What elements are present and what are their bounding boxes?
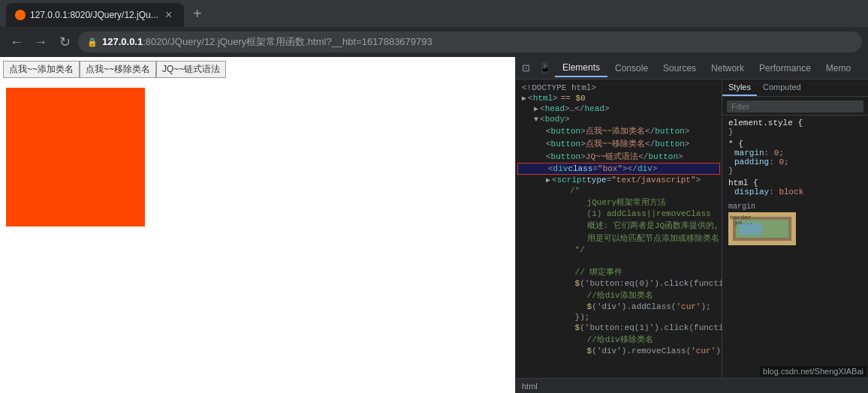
html-line-comment6: */	[516, 244, 722, 255]
tab-favicon	[15, 10, 26, 20]
html-line-code-comment1: //给div添加类名	[516, 289, 722, 302]
tab-performance[interactable]: Performance	[752, 60, 818, 76]
webpage-content	[0, 82, 515, 393]
prop-val-margin: 0;	[774, 148, 784, 158]
html-line-btn2[interactable]: <button>点我~~移除类名</button>	[516, 137, 722, 150]
devtools-panel: ⊡ 📱 Elements Console Sources Network Per…	[515, 57, 868, 393]
styles-panel: Styles Computed element.style { }	[722, 80, 868, 378]
html-line-bind-comment: // 绑定事件	[516, 266, 722, 278]
prop-name-display: display	[734, 188, 769, 196]
html-line-comment3: (1) addClass||removeClass	[516, 208, 722, 219]
html-line-comment1: /*	[516, 185, 722, 196]
eq-sign: == $0	[561, 94, 586, 103]
styles-content: element.style { } * { margin: 0; padding…	[722, 116, 868, 378]
tab-styles[interactable]: Styles	[722, 80, 757, 96]
style-prop-margin: margin: 0;	[728, 148, 862, 158]
style-close-brace: }	[728, 128, 862, 136]
tab-console[interactable]: Console	[607, 60, 656, 76]
html-line-code-comment2: //给div移除类名	[516, 333, 722, 346]
tab-sources[interactable]: Sources	[656, 60, 704, 76]
add-class-button[interactable]: 点我~~添加类名	[3, 61, 80, 78]
reload-button[interactable]: ↻	[54, 32, 75, 52]
tab-network[interactable]: Network	[704, 60, 752, 76]
margin-label: margin	[728, 202, 862, 211]
style-prop-padding: padding: 0;	[728, 158, 862, 166]
devtools-icon-inspect[interactable]: ⊡	[516, 58, 535, 78]
html-line-doctype[interactable]: <!DOCTYPE html>	[516, 82, 722, 93]
html-line-comment2: jQuery框架常用方法	[516, 196, 722, 208]
tag-html-name: html	[533, 94, 553, 103]
style-selector-element: element.style {	[728, 118, 862, 128]
devtools-icon-device[interactable]: 📱	[535, 58, 555, 78]
style-prop-display: display: block	[728, 188, 862, 196]
prop-val-padding: 0;	[779, 158, 788, 166]
chain-syntax-button[interactable]: JQ~~链式语法	[156, 61, 226, 78]
style-rule-element: element.style { }	[728, 118, 862, 136]
address-bar[interactable]: 🔒 127.0.0.1:8020/JQuery/12.jQuery框架常用函数.…	[78, 32, 862, 52]
nav-bar: ← → ↻ 🔒 127.0.0.1:8020/JQuery/12.jQuery框…	[0, 27, 868, 57]
blog-link: blog.csdn.net/ShengXIABai	[760, 366, 866, 376]
forward-button[interactable]: →	[30, 32, 51, 52]
html-line-code4: $('button:eq(1)').click(function(){	[516, 322, 722, 333]
lock-icon: 🔒	[87, 38, 98, 47]
box-model-outer: border pa...	[728, 212, 796, 245]
html-line-body[interactable]: ▼ <body>	[516, 114, 722, 124]
tab-elements[interactable]: Elements	[555, 59, 607, 77]
orange-box	[6, 88, 145, 226]
status-text: html	[522, 382, 538, 391]
remove-class-button[interactable]: 点我~~移除类名	[80, 61, 156, 78]
tab-memo[interactable]: Memo	[818, 60, 858, 76]
html-line-comment5: 用是可以给匹配节点添加或移除类名	[516, 232, 722, 244]
styles-filter-input[interactable]	[727, 100, 863, 112]
devtools-status-bar: html	[516, 378, 868, 393]
style-close-brace2: }	[728, 166, 862, 176]
tab-title: 127.0.0.1:8020/JQuery/12.jQu...	[30, 10, 158, 20]
html-line-empty	[516, 255, 722, 266]
padding-label: pa...	[735, 219, 753, 226]
html-line-code3: });	[516, 312, 722, 322]
devtools-body: <!DOCTYPE html> ▶ <html> == $0 ▶ <head>……	[516, 80, 868, 378]
blog-link-text: blog.csdn.net/ShengXIABai	[763, 367, 863, 376]
html-line-head[interactable]: ▶ <head>…</head>	[516, 104, 722, 114]
html-line-btn3[interactable]: <button>JQ~~链式语法</button>	[516, 150, 722, 163]
style-rule-star: * { margin: 0; padding: 0; }	[728, 140, 862, 176]
new-tab-button[interactable]: +	[187, 3, 208, 24]
html-line-div-box[interactable]: <div class="box"></div>	[517, 163, 720, 175]
address-text: 127.0.0.1:8020/JQuery/12.jQuery框架常用函数.ht…	[102, 35, 432, 49]
tab-bar: 127.0.0.1:8020/JQuery/12.jQu... × +	[0, 0, 868, 27]
main-area: 点我~~添加类名 点我~~移除类名 JQ~~链式语法 ⊡ 📱 Elements …	[0, 57, 868, 393]
html-line-btn1[interactable]: <button>点我~~添加类名</button>	[516, 124, 722, 137]
html-line-code2: $('div').addClass('cur');	[516, 302, 722, 312]
doctype-text: <!DOCTYPE html>	[522, 83, 596, 92]
tag-html-close: >	[553, 94, 558, 103]
browser-window: 127.0.0.1:8020/JQuery/12.jQu... × + ← → …	[0, 0, 868, 393]
html-line-comment4: 概述: 它们两者是JQ函数库提供的, 两者主要作	[516, 219, 722, 232]
prop-name-margin: margin	[734, 148, 764, 158]
webpage-area: 点我~~添加类名 点我~~移除类名 JQ~~链式语法	[0, 57, 515, 393]
style-selector-star: * {	[728, 140, 862, 148]
triangle-body[interactable]: ▼	[534, 116, 538, 124]
triangle-head[interactable]: ▶	[534, 104, 538, 113]
triangle-html[interactable]: ▶	[522, 94, 526, 103]
styles-filter-row	[722, 97, 868, 116]
styles-panel-tabs: Styles Computed	[722, 80, 868, 97]
back-button[interactable]: ←	[6, 32, 27, 52]
prop-val-display: block	[779, 188, 803, 196]
active-tab[interactable]: 127.0.0.1:8020/JQuery/12.jQu... ×	[6, 3, 184, 27]
tag-head: <	[540, 104, 545, 113]
devtools-tabbar: ⊡ 📱 Elements Console Sources Network Per…	[516, 57, 868, 80]
html-tree: <!DOCTYPE html> ▶ <html> == $0 ▶ <head>……	[516, 80, 722, 378]
html-line-code5: $('div').removeClass('cur');	[516, 346, 722, 356]
tab-computed[interactable]: Computed	[757, 80, 807, 96]
tab-close-icon[interactable]: ×	[163, 8, 175, 22]
style-rule-html: html { display: block	[728, 178, 862, 196]
triangle-script[interactable]: ▶	[546, 176, 550, 184]
margin-box-area: margin border pa...	[728, 202, 862, 248]
html-line-script[interactable]: ▶ <script type="text/javascript">	[516, 175, 722, 185]
prop-name-padding: padding	[734, 158, 769, 166]
style-selector-html: html {	[728, 178, 862, 188]
tag-html-open: <	[528, 94, 533, 103]
html-line-html[interactable]: ▶ <html> == $0	[516, 93, 722, 104]
html-line-code1: $('button:eq(0)').click(function(){	[516, 278, 722, 289]
webpage-buttons: 点我~~添加类名 点我~~移除类名 JQ~~链式语法	[0, 57, 515, 82]
